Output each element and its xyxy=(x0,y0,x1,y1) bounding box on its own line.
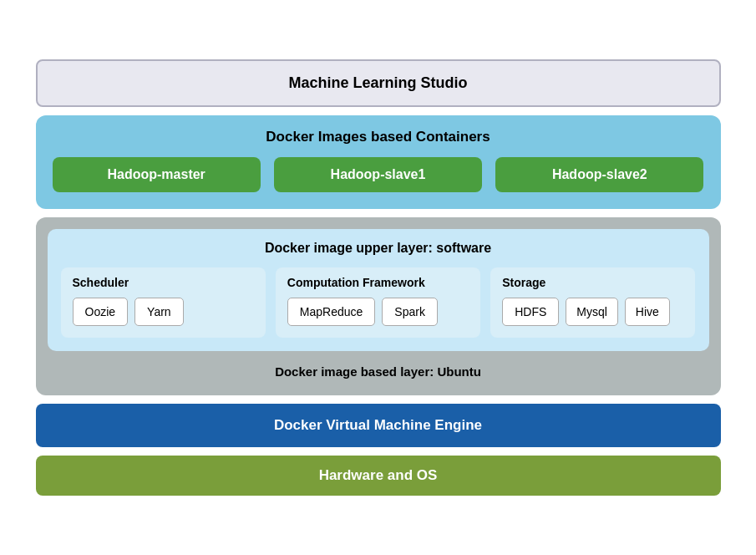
spark-box: Spark xyxy=(382,298,438,326)
computation-title: Computation Framework xyxy=(287,276,469,289)
docker-upper-title: Docker image upper layer: software xyxy=(61,241,696,256)
hadoop-slave1-node: Hadoop-slave1 xyxy=(274,157,482,192)
scheduler-group: Scheduler Oozie Yarn xyxy=(61,267,266,338)
hive-box: Hive xyxy=(625,298,670,326)
docker-containers-title: Docker Images based Containers xyxy=(53,129,704,145)
mapreduce-box: MapReduce xyxy=(287,298,376,326)
docker-vm-box: Docker Virtual Machine Engine xyxy=(36,404,721,447)
mysql-box: Mysql xyxy=(566,298,618,326)
scheduler-items: Oozie Yarn xyxy=(73,298,254,326)
oozie-box: Oozie xyxy=(73,298,129,326)
hdfs-box: HDFS xyxy=(502,298,559,326)
docker-upper-layer: Docker image upper layer: software Sched… xyxy=(48,229,709,351)
hardware-os-label: Hardware and OS xyxy=(319,467,438,483)
hadoop-master-node: Hadoop-master xyxy=(53,157,261,192)
yarn-box: Yarn xyxy=(134,298,184,326)
hadoop-slave2-node: Hadoop-slave2 xyxy=(495,157,703,192)
computation-items: MapReduce Spark xyxy=(287,298,469,326)
storage-title: Storage xyxy=(502,276,683,289)
hardware-os-box: Hardware and OS xyxy=(36,456,721,496)
storage-items: HDFS Mysql Hive xyxy=(502,298,683,326)
storage-group: Storage HDFS Mysql Hive xyxy=(490,267,695,338)
software-groups-row: Scheduler Oozie Yarn Computation Framewo… xyxy=(61,267,696,338)
docker-nodes-row: Hadoop-master Hadoop-slave1 Hadoop-slave… xyxy=(53,157,704,192)
architecture-diagram: Machine Learning Studio Docker Images ba… xyxy=(36,59,721,496)
docker-layer-wrapper: Docker image upper layer: software Sched… xyxy=(36,217,721,395)
ubuntu-label: Docker image based layer: Ubuntu xyxy=(48,359,709,384)
ml-studio-label: Machine Learning Studio xyxy=(288,74,467,91)
scheduler-title: Scheduler xyxy=(73,276,254,289)
docker-vm-label: Docker Virtual Machine Engine xyxy=(274,417,482,433)
docker-containers-box: Docker Images based Containers Hadoop-ma… xyxy=(36,115,721,209)
ml-studio-box: Machine Learning Studio xyxy=(36,59,721,107)
computation-group: Computation Framework MapReduce Spark xyxy=(276,267,480,338)
